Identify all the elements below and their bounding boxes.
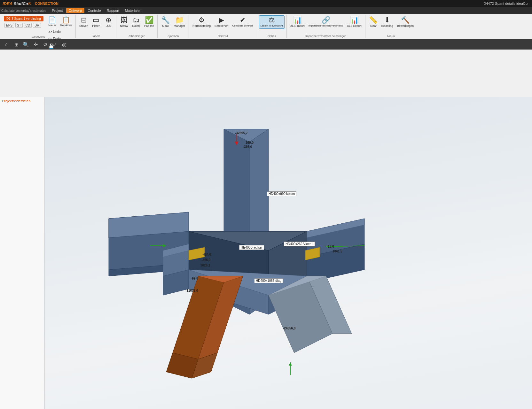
importeren-label: Importeren van een verbinding — [309, 24, 343, 27]
projectonderdelen-link[interactable]: Projectonderdelen — [2, 99, 30, 103]
bewerkingen-btn[interactable]: 🔨 Bewerkingen — [395, 15, 415, 29]
opties-buttons: ⚖ Lasten in evenwicht — [259, 15, 285, 34]
staaf-btn[interactable]: 📏 Staaf — [367, 15, 379, 29]
berekenen-label: Berekenen — [215, 24, 229, 28]
logo-idea: IDEA StatiCa® — [3, 1, 31, 6]
nieuw-afb-btn[interactable]: 🖼 Nieuw — [118, 15, 130, 29]
berekenen-btn[interactable]: ▶ Berekenen — [213, 15, 230, 29]
sjabloon-buttons: 🔧 Maak 📁 Manager — [160, 15, 187, 34]
belasting-label: Belasting — [381, 24, 393, 28]
staaf-icon: 📏 — [369, 17, 378, 24]
complete-controle-label: Complete controle — [232, 24, 253, 27]
galerij-label: Galerij — [132, 24, 140, 28]
misc-btn[interactable]: ◎ — [60, 40, 68, 49]
bewerkingen-label: Bewerkingen — [397, 24, 414, 28]
importeren-icon: 🔗 — [322, 17, 330, 24]
afbeeldingen-group-label: Afbeeldingen — [129, 34, 145, 38]
main-viewport[interactable]: HD400x990 kolom HD400x262 Vloer L HE400B… — [45, 97, 532, 409]
tag-eps[interactable]: EPS — [4, 23, 14, 28]
app-logo: IDEA StatiCa® CONNECTION — [3, 1, 59, 6]
lasten-evenwicht-btn[interactable]: ⚖ Lasten in evenwicht — [259, 15, 285, 29]
xls-import-icon: 📊 — [293, 17, 302, 24]
zoom-extents-btn[interactable]: ⊞ — [12, 40, 20, 49]
undo-btn[interactable]: ↩ Undo — [47, 28, 74, 35]
pas-toe-btn[interactable]: ✅ Pas toe — [143, 15, 156, 29]
lcs-icon: ⊕ — [106, 17, 111, 24]
ribbon: D1-3 Spant 1 verbinding EPS ST CD DR 📄 N… — [0, 14, 532, 39]
import-export-buttons: 📊 XLS Import 🔗 Importeren van een verbin… — [289, 15, 363, 34]
tag-cd[interactable]: CD — [24, 23, 32, 28]
sjabloon-group-label: Sjabloon — [168, 34, 179, 38]
cbfem-group-label: CBFEM — [218, 34, 228, 38]
labels-buttons: ⊟ Staven ▭ Platen ⊕ LCS — [78, 15, 114, 34]
xls-import-label: XLS Import — [290, 24, 305, 28]
project-dropdown-btn[interactable]: D1-3 Spant 1 verbinding — [4, 16, 43, 21]
kopieren-icon: 📋 — [62, 17, 70, 23]
ribbon-group-sjabloon: 🔧 Maak 📁 Manager Sjabloon — [158, 15, 189, 38]
nieuw-afb-label: Nieuw — [120, 24, 128, 28]
fit-btn[interactable]: ⤢ — [51, 40, 59, 49]
ribbon-content: D1-3 Spant 1 verbinding EPS ST CD DR 📄 N… — [0, 14, 532, 39]
maak-btn[interactable]: 🔧 Maak — [160, 15, 171, 29]
galerij-icon: 🗂 — [133, 17, 140, 24]
xls-import-btn[interactable]: 📊 XLS Import — [289, 15, 306, 29]
maak-label: Maak — [162, 24, 169, 28]
ribbon-group-afbeeldingen: 🖼 Nieuw 🗂 Galerij ✅ Pas toe Afbeeldingen — [116, 15, 158, 38]
opties-group-label: Opties — [268, 34, 276, 38]
maak-icon: 🔧 — [161, 17, 170, 24]
import-export-group-label: Importeer/Exporteer belastingen — [305, 34, 347, 38]
nieuw-afb-icon: 🖼 — [121, 17, 128, 24]
xls-export-label: XLS Export — [347, 24, 362, 28]
window-title: D4472-Spant details.ideaCon — [483, 2, 529, 5]
belasting-btn[interactable]: ⬇ Belasting — [380, 15, 395, 29]
lasten-evenwicht-icon: ⚖ — [269, 17, 275, 24]
menu-project[interactable]: Project — [49, 8, 65, 13]
lcs-btn[interactable]: ⊕ LCS — [103, 15, 114, 29]
rotate-btn[interactable]: ↺ — [41, 40, 49, 49]
tag-dr[interactable]: DR — [33, 23, 41, 28]
platen-btn[interactable]: ▭ Platen — [90, 15, 102, 29]
nieuw-btn[interactable]: 📄 Nieuw — [47, 15, 58, 28]
nieuw-label: Nieuw — [48, 24, 56, 27]
nieuw-section-buttons: 📏 Staaf ⬇ Belasting 🔨 Bewerkingen — [367, 15, 415, 34]
ribbon-group-nieuw-section: 📏 Staaf ⬇ Belasting 🔨 Bewerkingen Nieuw — [365, 15, 417, 38]
menu-rapport[interactable]: Rapport — [104, 8, 122, 13]
importeren-verbinding-btn[interactable]: 🔗 Importeren van een verbinding — [307, 15, 345, 29]
staaf-label: Staaf — [370, 24, 377, 28]
kopieren-btn[interactable]: 📋 Kopiëren — [59, 15, 74, 28]
norminstelling-btn[interactable]: ⚙ Norminstelling — [191, 15, 212, 29]
right-beam — [305, 219, 364, 282]
lcs-label: LCS — [106, 24, 111, 28]
berekenen-icon: ▶ — [219, 17, 224, 24]
manager-btn[interactable]: 📁 Manager — [172, 15, 187, 29]
staven-icon: ⊟ — [81, 17, 87, 24]
staven-label: Staven — [79, 24, 88, 28]
pas-toe-label: Pas toe — [144, 24, 154, 28]
lasten-evenwicht-label: Lasten in evenwicht — [261, 24, 283, 27]
undo-label: Undo — [53, 30, 61, 34]
staven-btn[interactable]: ⊟ Staven — [78, 15, 90, 29]
zoom-btn[interactable]: 🔍 — [22, 40, 30, 49]
tag-bar: EPS ST CD DR — [3, 22, 45, 28]
xls-export-btn[interactable]: 📊 XLS Export — [345, 15, 363, 29]
menu-materialen[interactable]: Materialen — [122, 8, 144, 13]
ribbon-group-import-export: 📊 XLS Import 🔗 Importeren van een verbin… — [287, 15, 365, 38]
menu-controle[interactable]: Controle — [85, 8, 104, 13]
complete-controle-icon: ✔ — [240, 17, 246, 24]
complete-controle-btn[interactable]: ✔ Complete controle — [231, 15, 255, 29]
norminstelling-label: Norminstelling — [192, 24, 211, 28]
afbeeldingen-buttons: 🖼 Nieuw 🗂 Galerij ✅ Pas toe — [118, 15, 156, 34]
pan-btn[interactable]: ✛ — [31, 40, 40, 49]
manager-icon: 📁 — [175, 17, 184, 24]
menu-ontwerp[interactable]: Ontwerp — [66, 8, 85, 13]
home-btn[interactable]: ⌂ — [3, 40, 11, 49]
tag-st[interactable]: ST — [15, 23, 23, 28]
gegevens-label: Gegevens — [32, 35, 45, 38]
ribbon-group-cbfem: ⚙ Norminstelling ▶ Berekenen ✔ Complete … — [189, 15, 257, 38]
galerij-btn[interactable]: 🗂 Galerij — [130, 15, 142, 29]
svg-marker-37 — [289, 362, 292, 366]
bottom-arrow — [289, 362, 292, 375]
ribbon-group-labels: ⊟ Staven ▭ Platen ⊕ LCS Labels — [76, 15, 116, 38]
nieuw-section-group-label: Nieuw — [387, 34, 395, 38]
sidebar: Projectonderdelen — [0, 97, 45, 409]
